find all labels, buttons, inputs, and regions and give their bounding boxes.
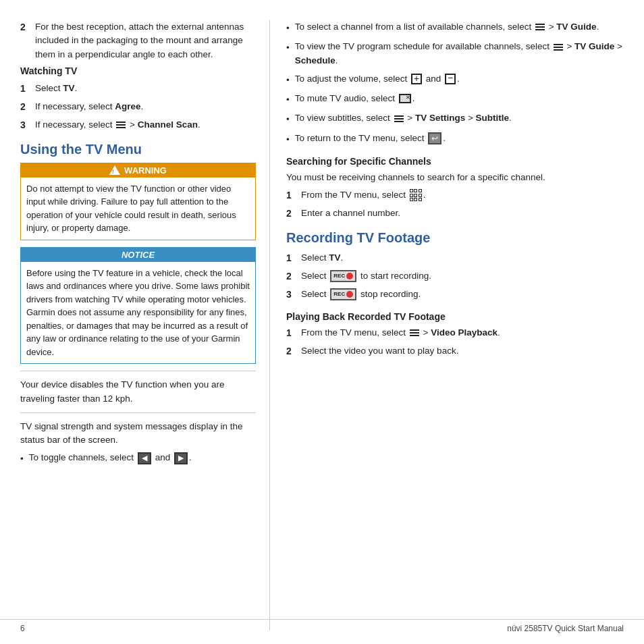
bullet-content: To view subtitles, select > TV Settings … [295, 111, 624, 126]
step-content: Enter a channel number. [301, 207, 624, 221]
bullets-section: • To select a channel from a list of ava… [286, 20, 624, 146]
bullet-volume: • To adjust the volume, select and . [286, 72, 624, 87]
menu-icon [535, 24, 545, 30]
footer: 6 nüvi 2585TV Quick Start Manual [0, 619, 644, 633]
menu-icon [394, 115, 404, 122]
step-content: From the TV menu, select . [301, 188, 624, 203]
watching-step-1: 1 Select TV. [20, 82, 256, 96]
notice-body: Before using the TV feature in a vehicle… [21, 262, 255, 364]
right-column: • To select a channel from a list of ava… [270, 20, 624, 630]
rec-dot-2 [346, 291, 353, 298]
menu-icon [554, 44, 563, 51]
volume-up-icon [411, 74, 422, 84]
toggle-content: To toggle channels, select ◀ and ▶. [29, 451, 256, 466]
notice-header: NOTICE [21, 248, 255, 262]
bullet-back: • To return to the TV menu, select ↩. [286, 132, 624, 146]
volume-down-icon [445, 74, 456, 84]
bullet-subtitles: • To view subtitles, select > TV Setting… [286, 111, 624, 126]
step-content: If necessary, select > Channel Scan. [35, 118, 256, 132]
step-number: 1 [20, 82, 30, 96]
bullet-dot: • [286, 22, 290, 35]
step-number: 3 [286, 288, 296, 302]
bullet-dot: • [20, 452, 24, 466]
watching-step-3: 3 If necessary, select > Channel Scan. [20, 118, 256, 132]
searching-section: Searching for Specific Channels You must… [286, 156, 624, 221]
step-number: 2 [286, 269, 296, 284]
notice-box: NOTICE Before using the TV feature in a … [20, 247, 256, 365]
toggle-text: To toggle channels, select [29, 452, 134, 462]
watching-step-2: 2 If necessary, select Agree. [20, 100, 256, 114]
bullet-content: To return to the TV menu, select ↩. [295, 132, 624, 146]
searching-desc: You must be receiving channels to search… [286, 171, 624, 184]
searching-step-1: 1 From the TV menu, select . [286, 188, 624, 203]
searching-step-2: 2 Enter a channel number. [286, 207, 624, 221]
separator-2 [20, 412, 256, 413]
left-column: 2 For the best reception, attach the ext… [20, 20, 270, 630]
watching-tv-heading: Watching TV [20, 65, 256, 76]
bullet-dot: • [286, 113, 290, 126]
step-content: Select REC stop recording. [301, 288, 624, 302]
warning-label: WARNING [124, 165, 167, 176]
step-content: Select TV. [301, 251, 624, 265]
recording-step-3: 3 Select REC stop recording. [286, 288, 624, 302]
separator-1 [20, 371, 256, 371]
step-number: 2 [20, 20, 30, 61]
warning-header: WARNING [21, 163, 255, 178]
mute-icon [399, 94, 411, 103]
bullet-mute: • To mute TV audio, select . [286, 92, 624, 107]
warning-body: Do not attempt to view the TV function o… [21, 178, 255, 240]
menu-icon [410, 329, 419, 336]
recording-heading: Recording TV Footage [286, 230, 624, 246]
bullet-content: To adjust the volume, select and . [295, 72, 624, 87]
bullet-dot: • [286, 93, 290, 107]
step-number: 3 [20, 118, 30, 132]
rec-dot [346, 273, 353, 279]
rec-icon: REC [330, 270, 356, 282]
recording-step-2: 2 Select REC to start recording. [286, 269, 624, 284]
toggle-period: . [189, 452, 192, 462]
step-number: 2 [20, 100, 30, 114]
intro-step-2: 2 For the best reception, attach the ext… [20, 20, 256, 61]
step-content: From the TV menu, select > Video Playbac… [301, 326, 624, 340]
step-number: 2 [286, 344, 296, 358]
playback-step-1: 1 From the TV menu, select > Video Playb… [286, 326, 624, 340]
menu-icon [116, 122, 126, 128]
page: 2 For the best reception, attach the ext… [0, 0, 644, 644]
warning-triangle-icon [109, 165, 120, 175]
step-content: Select REC to start recording. [301, 269, 624, 284]
watching-tv-section: Watching TV 1 Select TV. 2 If necessary,… [20, 65, 256, 132]
step-number: 1 [286, 251, 296, 265]
bullet-content: To mute TV audio, select . [295, 92, 624, 107]
signal-text: TV signal strength and system messages d… [20, 420, 256, 448]
toggle-channels-bullet: • To toggle channels, select ◀ and ▶. [20, 451, 256, 466]
bullet-content: To view the TV program schedule for avai… [295, 40, 624, 68]
step-number: 1 [286, 188, 296, 203]
bullet-dot: • [286, 133, 290, 146]
notice-label: NOTICE [122, 250, 155, 260]
grid-icon [410, 189, 422, 201]
playback-heading: Playing Back Recorded TV Footage [286, 311, 624, 322]
bullet-dot: • [286, 74, 290, 87]
bullet-dot: • [286, 41, 290, 68]
back-icon: ↩ [428, 132, 441, 144]
step-content: Select TV. [35, 82, 256, 96]
bullet-tv-guide: • To select a channel from a list of ava… [286, 20, 624, 35]
next-channel-icon: ▶ [174, 452, 188, 464]
step-content: If necessary, select Agree. [35, 100, 256, 114]
playback-section: Playing Back Recorded TV Footage 1 From … [286, 311, 624, 358]
device-disable-text: Your device disables the TV function whe… [20, 378, 256, 406]
using-tv-menu-heading: Using the TV Menu [20, 142, 256, 157]
bullet-tv-guide-schedule: • To view the TV program schedule for av… [286, 40, 624, 68]
and-text: and [155, 452, 171, 462]
step-number: 1 [286, 326, 296, 340]
playback-step-2: 2 Select the video you want to play back… [286, 344, 624, 358]
recording-section: Recording TV Footage 1 Select TV. 2 Sele… [286, 230, 624, 302]
prev-channel-icon: ◀ [138, 452, 151, 464]
recording-step-1: 1 Select TV. [286, 251, 624, 265]
bullet-content: To select a channel from a list of avail… [295, 20, 624, 35]
searching-heading: Searching for Specific Channels [286, 156, 624, 167]
rec-icon-2: REC [330, 288, 356, 300]
warning-box: WARNING Do not attempt to view the TV fu… [20, 163, 256, 240]
manual-title: nüvi 2585TV Quick Start Manual [507, 624, 624, 633]
step-text: For the best reception, attach the exter… [35, 20, 256, 61]
